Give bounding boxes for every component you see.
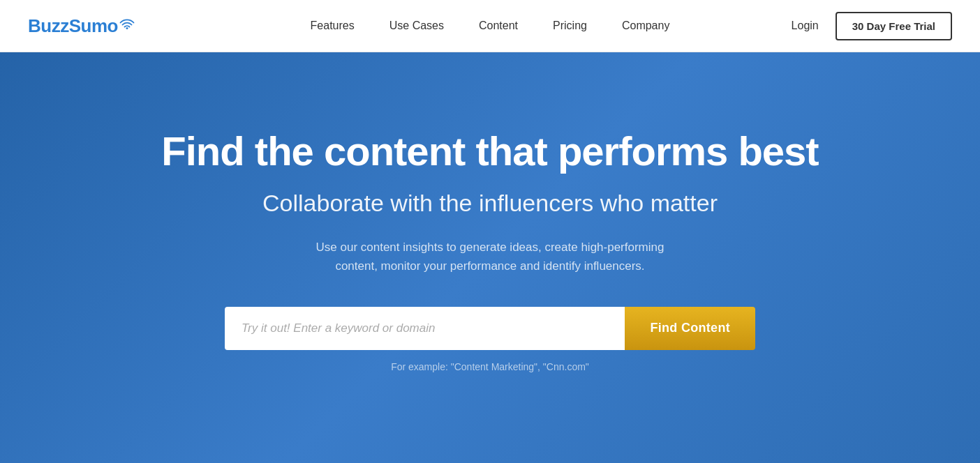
nav-use-cases[interactable]: Use Cases: [389, 20, 444, 32]
navbar: BuzzSumo Features Use Cases Content Pric…: [0, 0, 980, 52]
search-container: Find Content: [225, 307, 755, 350]
trial-button[interactable]: 30 Day Free Trial: [836, 12, 952, 40]
navbar-left: BuzzSumo: [28, 15, 135, 37]
find-content-button[interactable]: Find Content: [625, 307, 755, 350]
navbar-center: Features Use Cases Content Pricing Compa…: [311, 20, 670, 32]
wifi-icon: [119, 17, 135, 36]
nav-content[interactable]: Content: [479, 20, 518, 32]
nav-company[interactable]: Company: [622, 20, 669, 32]
nav-features[interactable]: Features: [311, 20, 355, 32]
search-example-text: For example: "Content Marketing", "Cnn.c…: [391, 361, 589, 372]
logo-text: BuzzSumo: [28, 15, 118, 37]
search-input[interactable]: [225, 307, 625, 350]
hero-section: Find the content that performs best Coll…: [0, 52, 980, 463]
hero-title: Find the content that performs best: [161, 129, 818, 174]
hero-subtitle: Collaborate with the influencers who mat…: [262, 188, 718, 218]
hero-description: Use our content insights to generate ide…: [309, 238, 671, 275]
nav-pricing[interactable]: Pricing: [553, 20, 587, 32]
logo[interactable]: BuzzSumo: [28, 15, 135, 37]
navbar-right: Login 30 Day Free Trial: [792, 12, 952, 40]
login-link[interactable]: Login: [792, 20, 819, 32]
